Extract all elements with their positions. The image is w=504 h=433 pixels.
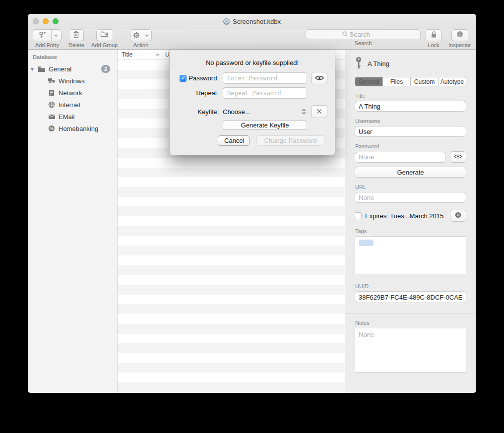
title-input[interactable] xyxy=(355,101,466,112)
keyfile-label: Keyfile: xyxy=(197,108,219,116)
add-group-button[interactable] xyxy=(96,29,113,41)
column-header-title[interactable]: Title xyxy=(118,51,162,58)
username-field-label: Username xyxy=(355,118,466,124)
close-x-icon xyxy=(316,107,322,116)
notes-textarea[interactable] xyxy=(355,328,466,372)
stepper-icon xyxy=(302,109,306,115)
expires-checkbox[interactable] xyxy=(355,212,362,219)
percent-icon: % xyxy=(47,125,57,132)
sidebar-item-homebanking[interactable]: % Homebanking xyxy=(28,123,117,134)
entry-title: A Thing xyxy=(368,60,389,67)
password-field-label: Password xyxy=(355,143,466,149)
group-label: Internet xyxy=(59,101,80,109)
add-entry-button[interactable] xyxy=(33,29,62,41)
password-checkbox[interactable]: ✓ xyxy=(180,75,187,82)
key-plus-icon xyxy=(33,30,51,41)
group-label: Network xyxy=(59,89,82,97)
password-label: Password: xyxy=(189,74,219,82)
window-title: Screenshot.kdbx xyxy=(233,18,281,25)
toolbar-item-add-group: Add Group xyxy=(91,29,118,48)
reveal-password-button[interactable] xyxy=(450,151,466,163)
inspector-tabs: General Files Custom Autotype xyxy=(355,77,466,86)
search-icon xyxy=(342,30,348,39)
inspector-panel: A Thing General Files Custom Autotype Ti… xyxy=(345,50,476,393)
inspector-button[interactable]: i xyxy=(451,29,468,41)
tag-token[interactable] xyxy=(359,240,374,246)
username-input[interactable] xyxy=(355,126,466,137)
lock-label: Lock xyxy=(428,42,439,48)
disclosure-triangle-icon[interactable]: ▼ xyxy=(28,66,37,72)
expires-row: Expires: Tues...March 2015 xyxy=(355,210,466,222)
toolbar-item-search: Search xyxy=(306,29,421,46)
action-button[interactable] xyxy=(130,29,152,41)
show-password-button[interactable] xyxy=(311,72,327,84)
chevron-down-icon[interactable] xyxy=(143,30,151,41)
sort-ascending-icon xyxy=(156,52,160,57)
sidebar-item-general[interactable]: ▼ General 2 xyxy=(28,63,117,75)
password-row: ✓ Password: xyxy=(170,72,335,84)
repeat-password-input[interactable] xyxy=(223,87,307,99)
key-icon xyxy=(355,57,363,71)
inspector-divider xyxy=(345,313,476,313)
toolbar: Add Entry Delete Add Group xyxy=(28,29,476,50)
column-header-username[interactable]: U xyxy=(162,51,170,58)
tab-files[interactable]: Files xyxy=(383,77,411,86)
document-icon xyxy=(223,18,230,25)
sidebar-header: Database xyxy=(33,54,117,60)
titlebar: Screenshot.kdbx xyxy=(28,14,476,29)
inspector-label: Inspector xyxy=(448,42,471,48)
search-field[interactable] xyxy=(306,29,421,39)
group-label: EMail xyxy=(59,113,75,121)
tab-custom[interactable]: Custom xyxy=(411,77,439,86)
repeat-row: Repeat: xyxy=(170,87,335,99)
unlock-icon xyxy=(431,31,437,40)
eye-icon xyxy=(315,74,324,83)
chevron-down-icon[interactable] xyxy=(52,30,61,41)
lock-button[interactable] xyxy=(426,29,441,41)
repeat-label: Repeat: xyxy=(196,89,219,97)
url-input[interactable] xyxy=(355,192,466,203)
cancel-button[interactable]: Cancel xyxy=(218,135,250,146)
svg-text:%: % xyxy=(50,126,54,131)
add-entry-label: Add Entry xyxy=(35,42,59,48)
generate-keyfile-button[interactable]: Generate Keyfile xyxy=(223,121,307,130)
toolbar-item-lock: Lock xyxy=(426,29,441,48)
expires-label: Expires: Tues...March 2015 xyxy=(365,212,450,220)
tab-autotype[interactable]: Autotype xyxy=(439,77,466,86)
enter-password-input[interactable] xyxy=(223,72,307,84)
tab-general[interactable]: General xyxy=(355,77,383,86)
uuid-field-label: UUID xyxy=(355,283,466,289)
gear-icon xyxy=(130,30,143,41)
sidebar-item-network[interactable]: Network xyxy=(28,87,117,99)
expires-options-button[interactable] xyxy=(450,210,466,222)
keyfile-popup[interactable]: Choose... xyxy=(223,108,307,116)
change-password-button[interactable]: Change Password xyxy=(256,135,324,146)
tags-box[interactable] xyxy=(355,236,466,274)
tags-field-label: Tags xyxy=(355,228,466,234)
search-label: Search xyxy=(355,40,372,46)
notes-field-label: Notes xyxy=(355,320,466,326)
delete-button[interactable] xyxy=(69,29,84,41)
column-title-label: Title xyxy=(122,51,132,58)
globe-icon xyxy=(47,101,57,108)
group-label: General xyxy=(49,65,71,73)
envelope-icon xyxy=(47,114,57,120)
clear-keyfile-button[interactable] xyxy=(311,105,327,118)
password-input[interactable] xyxy=(355,152,446,163)
uuid-input[interactable] xyxy=(355,291,466,303)
folder-icon xyxy=(37,66,47,72)
sheet-warning-message: No password or keyfile supplied! xyxy=(170,59,335,66)
trash-icon xyxy=(73,31,79,40)
toolbar-item-inspector: i Inspector xyxy=(448,29,471,48)
sidebar-item-windows[interactable]: Windows xyxy=(28,75,117,87)
keyfile-popup-value: Choose... xyxy=(223,108,251,116)
server-icon xyxy=(47,89,57,96)
group-label: Homebanking xyxy=(59,125,98,132)
folder-plus-icon xyxy=(100,31,109,40)
change-password-sheet: No password or keyfile supplied! ✓ Passw… xyxy=(169,50,335,155)
app-window: Screenshot.kdbx Add Entry Delete xyxy=(28,14,476,393)
sidebar-item-email[interactable]: EMail xyxy=(28,111,117,123)
generate-password-button[interactable]: Generate xyxy=(355,167,466,178)
sidebar-item-internet[interactable]: Internet xyxy=(28,99,117,111)
search-input[interactable] xyxy=(350,31,384,38)
